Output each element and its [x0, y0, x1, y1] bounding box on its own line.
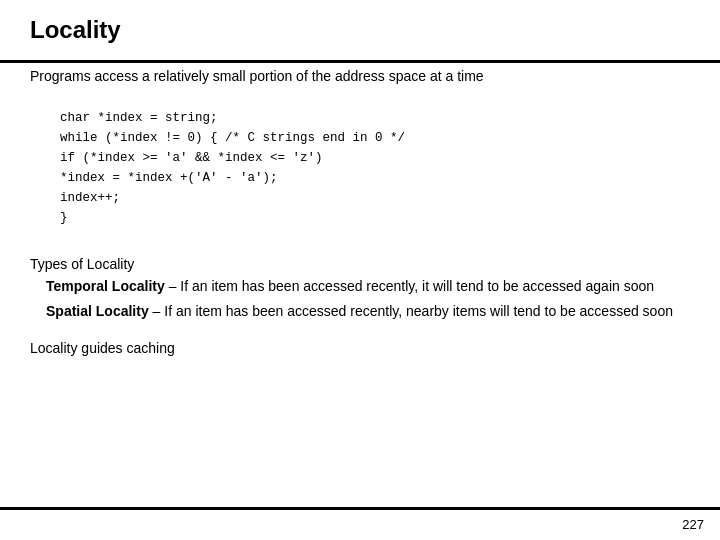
slide-title: Locality [0, 0, 720, 54]
subtitle: Programs access a relatively small porti… [30, 68, 690, 84]
spatial-locality-item: Spatial Locality – If an item has been a… [46, 301, 690, 322]
code-line-3: if (*index >= 'a' && *index <= 'z') [60, 148, 690, 168]
page-number: 227 [682, 517, 704, 532]
code-line-6: } [60, 208, 690, 228]
code-line-1: char *index = string; [60, 108, 690, 128]
code-line-2: while (*index != 0) { /* C strings end i… [60, 128, 690, 148]
slide-container: Locality Programs access a relatively sm… [0, 0, 720, 540]
code-block: char *index = string; while (*index != 0… [30, 100, 690, 236]
bottom-border [0, 507, 720, 510]
types-title: Types of Locality [30, 256, 690, 272]
top-border [0, 60, 720, 63]
slide-content: Programs access a relatively small porti… [0, 54, 720, 356]
code-line-5: index++; [60, 188, 690, 208]
locality-guides: Locality guides caching [30, 340, 690, 356]
types-section: Types of Locality Temporal Locality – If… [30, 256, 690, 322]
code-line-4: *index = *index +('A' - 'a'); [60, 168, 690, 188]
temporal-locality-item: Temporal Locality – If an item has been … [46, 276, 690, 297]
